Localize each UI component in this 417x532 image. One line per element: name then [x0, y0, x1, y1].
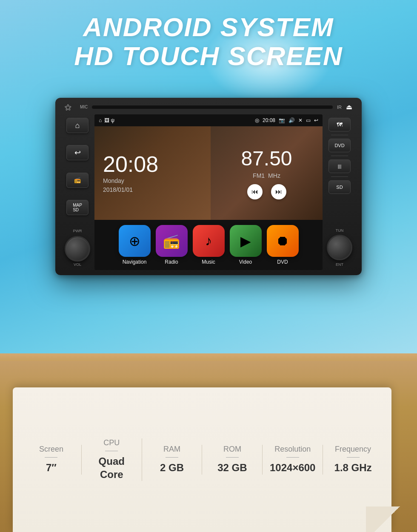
- back-status-icon: ↩: [314, 117, 318, 123]
- spec-divider-3: [226, 457, 239, 458]
- home-status-icon: ⌂: [99, 117, 102, 123]
- dvd-app[interactable]: ⏺ DVD: [267, 225, 299, 265]
- radio-panel: 87.50 FM1 MHz ⏮ ⏭: [211, 126, 323, 220]
- spec-cpu-label: CPU: [103, 438, 120, 447]
- divider-2: [331, 156, 348, 156]
- dvd-icon: ⏺: [267, 225, 299, 257]
- left-control-panel: ⌂ ↩ 📻 MAPSD PWR VOL: [60, 114, 94, 270]
- ir-label: IR: [337, 105, 342, 110]
- tuning-knob[interactable]: [327, 235, 352, 260]
- stereo-body: ⌂ ↩ 📻 MAPSD PWR VOL ⌂ 🖼 ψ: [60, 114, 357, 270]
- day-display: Monday: [103, 177, 202, 184]
- spec-frequency-label: Frequency: [335, 445, 371, 454]
- next-station-button[interactable]: ⏭: [271, 184, 286, 199]
- frequency-display: 87.50: [241, 147, 292, 170]
- spec-screen-label: Screen: [39, 445, 63, 454]
- stereo-unit: ⚝ MIC IR ⏏ ⌂ ↩ 📻 MAPSD PWR VOL: [55, 98, 362, 275]
- home-button[interactable]: ⌂: [66, 118, 89, 133]
- spec-frequency: Frequency 1.8 GHz: [323, 445, 383, 474]
- map-nav-button[interactable]: 🗺: [328, 118, 351, 131]
- back-button[interactable]: ↩: [66, 145, 89, 160]
- prev-station-button[interactable]: ⏮: [247, 184, 263, 199]
- settings-button[interactable]: |||: [328, 159, 351, 173]
- right-btn-group-top: 🗺 DVD ||| SD: [328, 118, 351, 194]
- volume-knob[interactable]: [65, 236, 90, 262]
- spec-divider-4: [286, 457, 299, 458]
- radio-icon: 📻: [156, 225, 188, 257]
- navigation-label: Navigation: [123, 259, 147, 265]
- dvd-label: DVD: [277, 259, 288, 265]
- video-icon: ▶: [230, 225, 262, 257]
- status-right: ◎ 20:08 📷 🔊 ✕ ▭ ↩: [255, 117, 318, 123]
- video-label: Video: [239, 259, 252, 265]
- spec-rom-label: ROM: [223, 445, 241, 454]
- radio-controls: ⏮ ⏭: [247, 184, 286, 199]
- bluetooth-icon: ⚝: [65, 103, 71, 111]
- spec-cpu: CPU Quad Core: [82, 438, 142, 481]
- radio-button[interactable]: 📻: [66, 173, 89, 188]
- music-label: Music: [202, 259, 215, 265]
- stereo-chassis: ⚝ MIC IR ⏏ ⌂ ↩ 📻 MAPSD PWR VOL: [55, 98, 362, 275]
- headline-line1: ANDROID SYSTEM: [0, 13, 417, 42]
- volume-status-icon: 🔊: [288, 117, 295, 123]
- ent-label: ENT: [336, 262, 343, 267]
- music-app[interactable]: ♪ Music: [193, 225, 225, 265]
- camera-status-icon: 📷: [279, 117, 285, 123]
- spec-divider-1: [105, 451, 118, 451]
- window-status-icon: ▭: [306, 117, 311, 123]
- radio-unit: MHz: [268, 172, 280, 179]
- spec-screen-value: 7″: [46, 461, 57, 474]
- spec-ram-label: RAM: [163, 445, 180, 454]
- radio-band: FM1: [253, 172, 265, 179]
- spec-resolution-value: 1024×600: [270, 461, 315, 474]
- eject-icon[interactable]: ⏏: [346, 103, 352, 111]
- mic-label: MIC: [80, 105, 88, 109]
- pwr-label: PWR: [73, 229, 82, 233]
- music-icon: ♪: [193, 225, 225, 257]
- screen: ⌂ 🖼 ψ ◎ 20:08 📷 🔊 ✕ ▭ ↩: [94, 114, 323, 270]
- spec-cpu-value: Quad Core: [86, 455, 137, 481]
- spec-rom: ROM 32 GB: [202, 445, 263, 474]
- date-display: 2018/01/01: [103, 186, 202, 193]
- map-button[interactable]: MAPSD: [66, 200, 89, 215]
- spec-frequency-value: 1.8 GHz: [334, 461, 372, 474]
- spec-divider-2: [166, 457, 178, 458]
- tun-label: TUN: [336, 228, 344, 233]
- location-icon: ◎: [255, 117, 259, 123]
- spec-rom-value: 32 GB: [217, 461, 247, 474]
- right-control-panel: 🗺 DVD ||| SD TUN ENT: [323, 114, 357, 270]
- radio-info: FM1 MHz: [253, 172, 280, 179]
- navigation-app[interactable]: ⊕ Navigation: [119, 225, 151, 265]
- display-panel: 20:08 Monday 2018/01/01 87.50 FM1 MHz ⏮: [94, 126, 323, 220]
- radio-app[interactable]: 📻 Radio: [156, 225, 188, 265]
- sd-button[interactable]: SD: [328, 180, 351, 194]
- spec-ram-value: 2 GB: [160, 461, 184, 474]
- stereo-top-bar: ⚝ MIC IR ⏏: [60, 103, 357, 111]
- clock-display: 20:08: [103, 153, 202, 175]
- headline-section: ANDROID SYSTEM HD TOUCH SCREEN: [0, 13, 417, 71]
- spec-divider-0: [45, 457, 57, 458]
- spec-ram: RAM 2 GB: [142, 445, 203, 474]
- spec-divider-5: [347, 457, 360, 458]
- dvd-button[interactable]: DVD: [328, 139, 351, 152]
- spec-screen: Screen 7″: [21, 445, 82, 474]
- spec-resolution-label: Resolution: [274, 445, 311, 454]
- apps-row: ⊕ Navigation 📻 Radio ♪ Music ▶ Video: [94, 220, 323, 270]
- spec-resolution: Resolution 1024×600: [263, 445, 323, 474]
- status-bar: ⌂ 🖼 ψ ◎ 20:08 📷 🔊 ✕ ▭ ↩: [94, 114, 323, 126]
- vol-label: VOL: [74, 262, 81, 267]
- video-app[interactable]: ▶ Video: [230, 225, 262, 265]
- status-time: 20:08: [263, 117, 275, 123]
- headline-line2: HD TOUCH SCREEN: [0, 42, 417, 71]
- close-status-icon: ✕: [298, 117, 303, 123]
- divider-3: [331, 176, 348, 177]
- navigation-icon: ⊕: [119, 225, 151, 257]
- clock-panel: 20:08 Monday 2018/01/01: [94, 126, 211, 220]
- status-icons: 🖼 ψ: [104, 117, 114, 123]
- spec-sheet: Screen 7″ CPU Quad Core RAM 2 GB ROM 32 …: [13, 387, 391, 532]
- cd-slot: [92, 105, 333, 109]
- radio-app-label: Radio: [165, 259, 178, 265]
- status-left: ⌂ 🖼 ψ: [99, 117, 114, 123]
- divider-1: [331, 135, 348, 135]
